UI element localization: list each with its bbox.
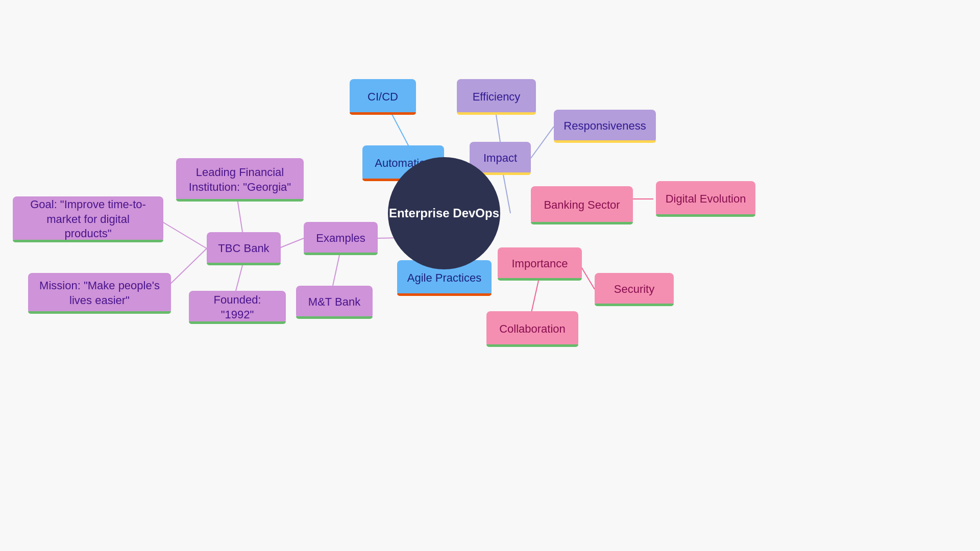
node-digital-evolution[interactable]: Digital Evolution (656, 181, 755, 217)
svg-line-13 (237, 199, 242, 232)
svg-line-12 (278, 238, 304, 248)
svg-line-4 (496, 115, 500, 142)
svg-line-16 (236, 265, 242, 291)
node-mt-bank[interactable]: M&T Bank (296, 286, 373, 319)
node-leading-fi[interactable]: Leading Financial Institution: "Georgia" (176, 158, 304, 202)
node-security[interactable]: Security (595, 273, 674, 306)
node-examples[interactable]: Examples (304, 222, 378, 255)
node-goal[interactable]: Goal: "Improve time-to-market for digita… (13, 196, 163, 242)
svg-line-5 (531, 127, 554, 158)
node-importance[interactable]: Importance (498, 247, 582, 281)
node-banking[interactable]: Banking Sector (531, 186, 633, 224)
node-mission[interactable]: Mission: "Make people's lives easier" (28, 273, 171, 314)
node-tbc-bank[interactable]: TBC Bank (207, 232, 281, 265)
svg-line-17 (333, 255, 339, 286)
svg-line-10 (531, 281, 538, 315)
node-cicd[interactable]: CI/CD (350, 79, 416, 115)
svg-line-15 (166, 248, 207, 288)
center-label: Enterprise DevOps (389, 206, 499, 220)
node-founded[interactable]: Founded: "1992" (189, 291, 286, 324)
node-collaboration[interactable]: Collaboration (486, 311, 578, 347)
svg-line-14 (158, 219, 207, 248)
node-responsiveness[interactable]: Responsiveness (554, 110, 656, 143)
node-efficiency[interactable]: Efficiency (457, 79, 536, 115)
center-node: Enterprise DevOps (388, 157, 500, 269)
